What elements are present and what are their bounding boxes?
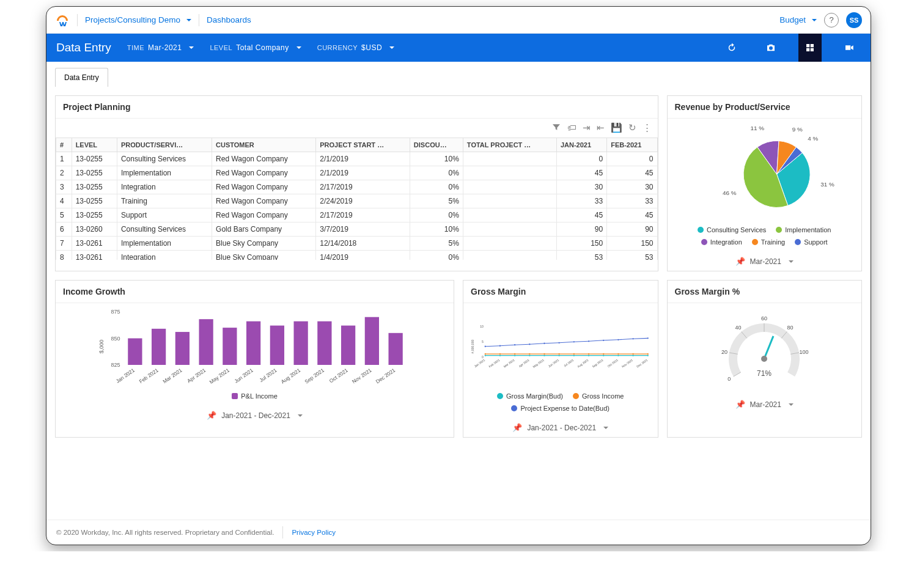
svg-point-73: [603, 340, 604, 341]
svg-point-71: [573, 341, 575, 342]
pin-icon[interactable]: 📌: [512, 423, 522, 432]
svg-point-65: [485, 346, 486, 347]
table-row[interactable]: 113-0255Consulting ServicesRed Wagon Com…: [56, 152, 658, 166]
svg-text:0: 0: [728, 376, 731, 382]
table-row[interactable]: 713-0261ImplementationBlue Sky Company12…: [56, 237, 658, 251]
svg-text:Sep 2021: Sep 2021: [303, 367, 325, 384]
svg-text:31 %: 31 %: [820, 181, 834, 188]
svg-point-56: [529, 353, 530, 355]
gauge-chart: 02040608010071%: [715, 307, 813, 386]
svg-text:0: 0: [482, 355, 484, 359]
more-icon[interactable]: ⋮: [643, 122, 652, 134]
time-selector[interactable]: TIME Mar-2021: [127, 43, 194, 52]
page-footer: © 2020 Workday, Inc. All rights reserved…: [46, 520, 871, 545]
privacy-link[interactable]: Privacy Policy: [292, 529, 336, 536]
budget-menu[interactable]: Budget: [779, 15, 817, 24]
widget-footer-range[interactable]: Jan-2021 - Dec-2021: [221, 411, 290, 420]
column-header[interactable]: FEB-2021: [607, 138, 657, 152]
refresh-icon[interactable]: [720, 34, 743, 62]
svg-text:Nov 2021: Nov 2021: [621, 358, 633, 368]
svg-point-70: [559, 342, 560, 344]
workday-logo-icon: [55, 13, 70, 28]
bar-chart: 825850875$,000Jan 2021Feb 2021Mar 2021Ap…: [62, 307, 447, 386]
svg-text:71%: 71%: [757, 369, 772, 378]
column-header[interactable]: LEVEL: [72, 138, 117, 152]
chevron-down-icon[interactable]: [786, 400, 794, 409]
svg-text:Jul 2021: Jul 2021: [258, 367, 278, 383]
widget-footer-range[interactable]: Jan-2021 - Dec-2021: [527, 424, 596, 432]
svg-rect-17: [175, 332, 190, 365]
tabstrip: Data Entry: [46, 62, 871, 87]
table-row[interactable]: 413-0255TrainingRed Wagon Company2/24/20…: [56, 194, 658, 208]
chevron-down-icon[interactable]: [786, 257, 794, 266]
svg-point-102: [761, 356, 767, 362]
tab-data-entry[interactable]: Data Entry: [55, 68, 108, 87]
svg-text:Sep 2021: Sep 2021: [592, 358, 604, 368]
svg-point-67: [514, 344, 515, 345]
column-header[interactable]: PRODUCT/SERVI…: [117, 138, 212, 152]
svg-point-42: [499, 355, 501, 356]
widget-gross-margin: Gross Margin 0510#,000,000Jan 2021Feb 20…: [463, 280, 658, 438]
chevron-down-icon[interactable]: [601, 424, 608, 432]
svg-point-44: [529, 355, 530, 356]
refresh-icon[interactable]: ↻: [628, 122, 636, 134]
svg-text:Jun 2021: Jun 2021: [548, 358, 559, 368]
camera-icon[interactable]: [759, 34, 783, 62]
table-row[interactable]: 313-0255IntegrationRed Wagon Company2/17…: [56, 180, 658, 194]
column-header[interactable]: JAN-2021: [556, 138, 606, 152]
chevron-down-icon[interactable]: [295, 411, 303, 420]
table-row[interactable]: 213-0255ImplementationRed Wagon Company2…: [56, 166, 658, 180]
column-header[interactable]: DISCOU…: [410, 138, 463, 152]
svg-text:Mar 2021: Mar 2021: [503, 358, 515, 368]
svg-point-75: [632, 338, 633, 339]
page-title: Data Entry: [56, 41, 111, 54]
column-header[interactable]: #: [56, 138, 72, 152]
widget-footer-range[interactable]: Mar-2021: [750, 257, 781, 266]
video-icon[interactable]: [838, 34, 861, 62]
save-icon[interactable]: 💾: [611, 122, 622, 134]
grid-view-icon[interactable]: [798, 34, 822, 62]
table-row[interactable]: 813-0261IntegrationBlue Sky Company1/4/2…: [56, 251, 658, 260]
widget-footer-range[interactable]: Mar-2021: [750, 400, 781, 409]
svg-point-76: [647, 337, 649, 339]
widget-title: Project Planning: [56, 96, 658, 119]
svg-text:40: 40: [735, 325, 742, 331]
bar-legend: P&L Income: [62, 392, 447, 400]
svg-text:20: 20: [721, 349, 727, 355]
svg-point-52: [647, 355, 649, 356]
pin-icon[interactable]: 📌: [735, 400, 745, 409]
avatar[interactable]: SS: [846, 12, 862, 28]
svg-point-54: [499, 353, 501, 355]
svg-text:Aug 2021: Aug 2021: [577, 358, 589, 368]
tag-icon[interactable]: 🏷: [567, 122, 576, 134]
svg-text:Feb 2021: Feb 2021: [488, 358, 501, 368]
svg-text:May 2021: May 2021: [208, 367, 231, 385]
table-row[interactable]: 613-0260Consulting ServicesGold Bars Com…: [56, 222, 658, 237]
export-icon[interactable]: ⇤: [597, 122, 605, 134]
column-header[interactable]: CUSTOMER: [212, 138, 316, 152]
column-header[interactable]: TOTAL PROJECT …: [463, 138, 556, 152]
pin-icon[interactable]: 📌: [207, 411, 216, 420]
svg-text:Apr 2021: Apr 2021: [518, 358, 530, 368]
svg-text:Nov 2021: Nov 2021: [351, 367, 373, 384]
dashboards-link[interactable]: Dashboards: [207, 15, 251, 24]
svg-text:850: 850: [111, 336, 120, 342]
svg-text:60: 60: [761, 315, 767, 322]
widget-revenue-pie: Revenue by Product/Service 31 %46 %11 %9…: [667, 95, 863, 271]
svg-point-49: [603, 355, 604, 356]
filter-icon[interactable]: [551, 122, 561, 134]
table-row[interactable]: 513-0255SupportRed Wagon Company2/17/201…: [56, 208, 658, 222]
currency-selector[interactable]: CURRENCY $USD: [317, 43, 394, 52]
pin-icon[interactable]: 📌: [735, 257, 745, 266]
column-header[interactable]: PROJECT START …: [316, 138, 410, 152]
svg-rect-29: [317, 322, 331, 365]
svg-text:Dec 2021: Dec 2021: [375, 367, 397, 384]
project-selector[interactable]: Projects/Consulting Demo: [85, 15, 191, 24]
planning-table[interactable]: #LEVELPRODUCT/SERVI…CUSTOMERPROJECT STAR…: [56, 138, 658, 260]
widget-income-growth: Income Growth 825850875$,000Jan 2021Feb …: [55, 280, 454, 438]
import-icon[interactable]: ⇥: [583, 122, 591, 134]
svg-text:10: 10: [480, 325, 484, 328]
level-selector[interactable]: LEVEL Total Company: [210, 43, 301, 52]
svg-point-59: [573, 353, 575, 355]
help-icon[interactable]: ?: [824, 13, 839, 28]
